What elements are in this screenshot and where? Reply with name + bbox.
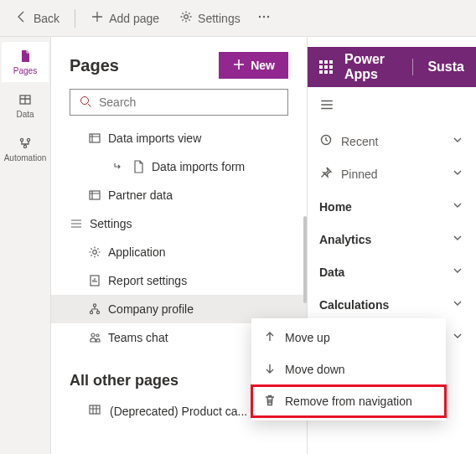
chevron-down-icon [451,264,464,280]
menu-move-up-label: Move up [285,331,330,344]
back-arrow-icon [15,10,28,26]
svg-point-15 [96,311,99,313]
gear-icon [88,245,101,259]
add-page-button[interactable]: Add page [82,5,168,32]
menu-move-down[interactable]: Move down [251,353,446,385]
chevron-down-icon [451,133,464,149]
tree-label: Settings [90,217,132,230]
tree-item-data-imports-view[interactable]: Data imports view [51,124,307,152]
svg-point-2 [262,16,264,18]
menu-move-up[interactable]: Move up [251,322,446,353]
add-page-label: Add page [109,12,159,25]
trash-icon [263,394,277,410]
divider [412,59,413,75]
svg-point-19 [91,333,95,337]
svg-point-7 [23,145,26,147]
rail-item-automation[interactable]: Automation [2,129,49,169]
svg-point-8 [81,96,89,104]
pin-icon [319,166,333,182]
nav-pinned-label: Pinned [341,168,378,181]
clock-icon [319,133,333,149]
svg-point-3 [266,16,268,18]
pages-title: Pages [70,56,119,75]
waffle-icon[interactable] [319,60,333,74]
page-icon [18,49,32,64]
new-page-button[interactable]: New [219,52,288,79]
chevron-down-icon [451,231,464,247]
nav-recent-label: Recent [341,135,378,148]
teams-icon [88,331,101,344]
svg-point-6 [27,138,29,141]
svg-point-14 [90,311,92,313]
chevron-down-icon [451,199,464,214]
rail-item-pages[interactable]: Pages [2,42,49,82]
tree-label: Teams chat [108,331,168,344]
other-page-label: (Deprecated) Product ca... [110,405,247,418]
svg-rect-9 [90,134,100,142]
rail-automation-label: Automation [4,153,47,163]
chevron-down-icon [451,297,464,312]
tree-label: Data imports view [108,132,201,145]
menu-remove-label: Remove from navigation [285,395,412,408]
hamburger-button[interactable] [308,87,476,125]
chevron-down-icon [451,329,464,345]
suite-header: Power Apps Susta [308,47,476,87]
group-icon [70,217,83,230]
tree-item-report-settings[interactable]: Report settings [51,266,307,295]
rail-item-data[interactable]: Data [2,85,49,126]
more-icon [257,10,271,26]
tree-item-partner-data[interactable]: Partner data [51,181,307,209]
plus-icon [232,58,246,74]
view-icon [88,188,101,202]
view-icon [88,132,101,145]
menu-move-down-label: Move down [285,363,345,376]
report-icon [88,274,101,287]
nav-calculations-label: Calculations [319,298,389,312]
nav-group-calculations[interactable]: Calculations [308,288,476,321]
arrow-down-icon [263,362,277,378]
svg-point-5 [20,138,23,141]
tree-group-settings[interactable]: Settings [51,209,307,238]
tree-item-application[interactable]: Application [51,238,307,266]
pages-header: Pages New [51,37,307,89]
back-label: Back [34,12,60,25]
brand-label: Power Apps [344,52,397,82]
svg-point-11 [93,250,97,255]
arrow-up-icon [263,330,277,346]
settings-label: Settings [198,12,241,25]
nav-item-pinned[interactable]: Pinned [308,157,476,190]
tree-label: Report settings [108,274,187,287]
search-input[interactable] [99,95,279,109]
nav-group-home[interactable]: Home [308,190,476,223]
table-icon [18,93,32,108]
nav-group-analytics[interactable]: Analytics [308,223,476,255]
back-button[interactable]: Back [7,5,68,32]
menu-remove-from-navigation[interactable]: Remove from navigation [251,385,446,417]
plus-icon [91,10,104,26]
new-label: New [251,59,275,72]
org-icon [88,302,101,316]
search-box[interactable] [70,89,288,116]
nav-group-data[interactable]: Data [308,255,476,288]
svg-point-20 [96,334,99,337]
search-wrap [51,89,307,124]
app-name-label: Susta [427,59,464,75]
nav-analytics-label: Analytics [319,233,371,246]
nav-item-recent[interactable]: Recent [308,125,476,157]
chevron-down-icon [451,166,464,182]
svg-point-0 [184,15,189,19]
flow-icon [18,137,32,152]
rail-data-label: Data [16,110,34,119]
search-icon [79,95,92,111]
overflow-button[interactable] [252,5,276,32]
tree-item-data-imports-form[interactable]: Data imports form [51,152,307,181]
svg-point-13 [93,304,96,307]
svg-rect-10 [90,191,100,199]
tree-label: Data imports form [152,160,245,173]
nav-home-label: Home [319,200,352,214]
nav-data-label: Data [319,266,344,279]
gear-icon [179,10,193,26]
svg-point-1 [258,16,260,18]
settings-button[interactable]: Settings [171,5,249,32]
form-icon [132,160,145,173]
